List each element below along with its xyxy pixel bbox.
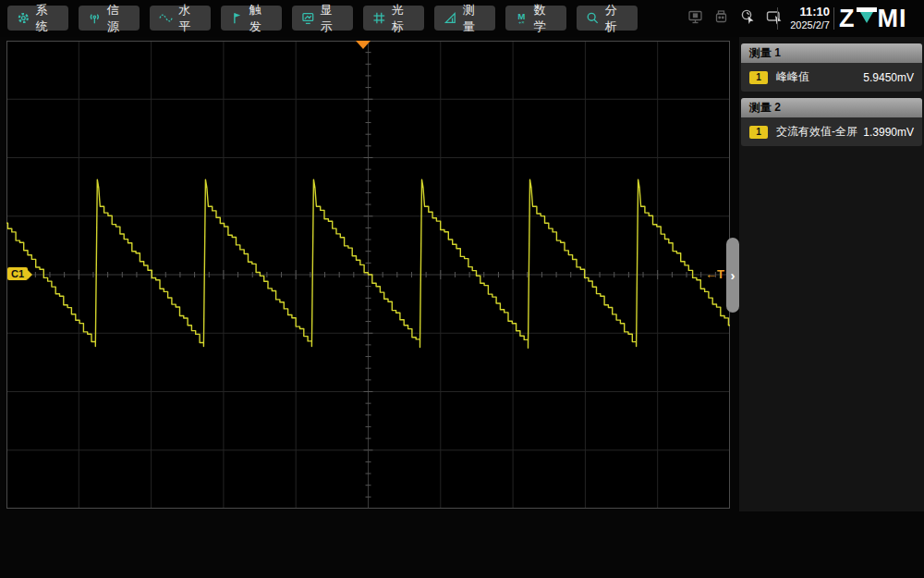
math-m-icon: M+× xyxy=(515,11,529,25)
source-badge: 1 xyxy=(749,126,768,139)
trigger-position-marker[interactable] xyxy=(356,41,371,49)
channel1-ground-marker[interactable]: C1 xyxy=(7,267,28,280)
waveform-plot xyxy=(6,41,730,509)
touch-icon[interactable] xyxy=(739,8,756,25)
measurement-value: 5.9450mV xyxy=(863,71,914,84)
toolbar-button-source[interactable]: 信源 xyxy=(79,6,140,31)
clock: 11:10 2025/2/7 xyxy=(785,5,830,32)
toolbar-button-cursor[interactable]: 光标 xyxy=(363,6,424,31)
lan-display-icon[interactable] xyxy=(687,9,703,25)
measurement-label: 峰峰值 xyxy=(776,69,863,85)
toolbar-label: 触发 xyxy=(249,2,273,35)
gear-icon xyxy=(17,11,30,25)
measurement-value: 1.3990mV xyxy=(863,126,914,139)
toolbar-label: 系统 xyxy=(36,2,59,35)
wave-icon xyxy=(159,11,173,25)
side-panel-handle[interactable]: › xyxy=(726,238,739,313)
toolbar-button-math[interactable]: M+× 数学 xyxy=(505,6,566,31)
ruler-triangle-icon xyxy=(444,11,457,25)
toolbar-label: 显示 xyxy=(321,2,344,35)
toolbar-button-display[interactable]: 显示 xyxy=(292,6,353,31)
toolbar-label: 光标 xyxy=(392,2,415,35)
logo-z: Z xyxy=(839,5,856,33)
top-toolbar: 系统 信源 水平 触发 显示 光标 测量 M+× 数学 分析 11:10 xyxy=(0,0,924,37)
toolbar-label: 分析 xyxy=(605,2,628,35)
source-badge: 1 xyxy=(749,71,768,84)
brand-logo: Z MI xyxy=(839,5,907,33)
toolbar-label: 信源 xyxy=(107,2,130,35)
bottom-status-bar: C1 AC1M 2.00mV/div 0.00V 20M FIR 1 : 1 C… xyxy=(0,511,924,578)
toolbar-button-system[interactable]: 系统 xyxy=(7,6,68,31)
trigger-level-marker[interactable]: ←T xyxy=(705,267,724,281)
antenna-icon xyxy=(88,11,102,25)
status-icon-group xyxy=(687,8,784,25)
toolbar-label: 数学 xyxy=(534,2,557,35)
clock-date: 2025/2/7 xyxy=(785,19,830,32)
toolbar-button-analyze[interactable]: 分析 xyxy=(577,6,638,31)
measurement-panel: 测量 1 1 峰峰值 5.9450mV 测量 2 1 交流有效值-全屏 1.39… xyxy=(739,37,924,578)
measurement-row: 1 峰峰值 5.9450mV xyxy=(741,63,922,92)
measurement-row: 1 交流有效值-全屏 1.3990mV xyxy=(741,117,922,146)
magnifier-icon xyxy=(586,11,600,25)
measurement-title: 测量 1 xyxy=(741,43,922,63)
toolbar-button-horizontal[interactable]: 水平 xyxy=(150,6,211,31)
clock-time: 11:10 xyxy=(785,5,830,19)
logo-mi: MI xyxy=(878,5,907,33)
gesture-icon[interactable] xyxy=(766,9,784,25)
toolbar-label: 测量 xyxy=(463,2,486,35)
measurement-card-2[interactable]: 测量 2 1 交流有效值-全屏 1.3990mV xyxy=(741,98,922,146)
divider xyxy=(833,7,834,30)
flag-icon xyxy=(230,11,244,25)
measurement-card-1[interactable]: 测量 1 1 峰峰值 5.9450mV xyxy=(741,43,922,92)
toolbar-button-measure[interactable]: 测量 xyxy=(434,6,495,31)
usb-storage-icon[interactable] xyxy=(713,9,729,25)
measurement-label: 交流有效值-全屏 xyxy=(776,124,863,140)
toolbar-label: 水平 xyxy=(178,2,201,35)
toolbar-button-trigger[interactable]: 触发 xyxy=(221,6,282,31)
monitor-icon xyxy=(301,11,315,25)
measurement-title: 测量 2 xyxy=(741,98,922,117)
divider xyxy=(777,7,778,30)
crosshatch-icon xyxy=(372,11,386,25)
scope-canvas[interactable] xyxy=(6,41,730,509)
logo-t-glyph xyxy=(857,5,877,29)
svg-text:+×: +× xyxy=(518,19,525,25)
